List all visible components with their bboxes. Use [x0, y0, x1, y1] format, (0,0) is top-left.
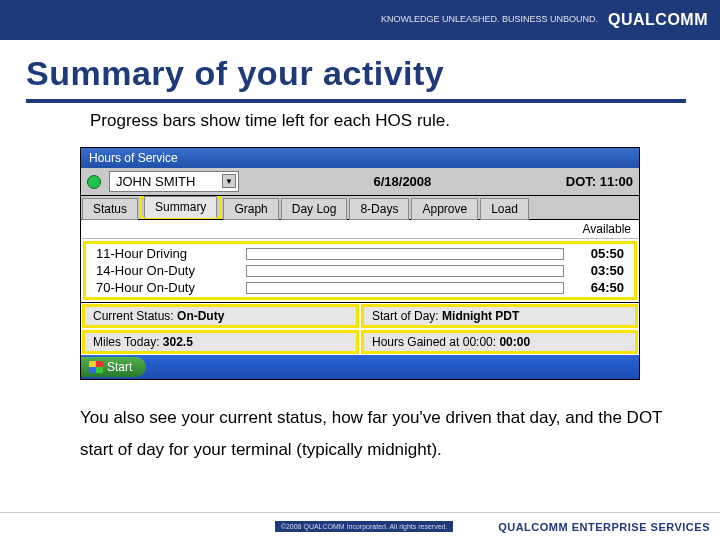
rules-panel: Available 11-Hour Driving 05:50 14-Hour … — [81, 220, 639, 355]
driver-row: JOHN SMITH ▼ 6/18/2008 DOT: 11:00 — [81, 168, 639, 196]
service-brand: QUALCOMM ENTERPRISE SERVICES — [498, 521, 710, 533]
hos-window: Hours of Service JOHN SMITH ▼ 6/18/2008 … — [80, 147, 640, 380]
rule-row-70hr: 70-Hour On-Duty 64:50 — [86, 279, 634, 296]
status-grid: Current Status: On-Duty Start of Day: Mi… — [81, 302, 639, 355]
window-titlebar: Hours of Service — [81, 148, 639, 168]
brand-logo: QUALCOMM — [608, 11, 708, 29]
highlight-summary-tab: Summary — [139, 196, 222, 219]
tab-summary[interactable]: Summary — [144, 196, 217, 218]
copyright: ©2008 QUALCOMM Incorporated. All rights … — [275, 521, 454, 533]
start-of-day-cell: Start of Day: Midnight PDT — [361, 304, 638, 328]
tab-approve[interactable]: Approve — [411, 198, 478, 220]
tab-load[interactable]: Load — [480, 198, 529, 220]
banner-tagline: KNOWLEDGE UNLEASHED. BUSINESS UNBOUND. — [381, 15, 598, 25]
footer: ©2008 QUALCOMM Incorporated. All rights … — [0, 512, 720, 540]
progress-bar — [246, 248, 564, 260]
rule-value: 03:50 — [574, 263, 624, 278]
date-display: 6/18/2008 — [239, 174, 566, 189]
rule-value: 05:50 — [574, 246, 624, 261]
progress-bar — [246, 265, 564, 277]
rule-label: 11-Hour Driving — [96, 246, 236, 261]
miles-today-cell: Miles Today: 302.5 — [82, 330, 359, 354]
taskbar: Start — [81, 355, 639, 379]
chevron-down-icon[interactable]: ▼ — [222, 174, 236, 188]
page-title: Summary of your activity — [26, 54, 686, 103]
progress-bar — [246, 282, 564, 294]
status-led-icon — [87, 175, 101, 189]
driver-select[interactable]: JOHN SMITH ▼ — [109, 171, 239, 192]
tab-bar: Status Summary Graph Day Log 8-Days Appr… — [81, 196, 639, 220]
page-subtitle: Progress bars show time left for each HO… — [90, 111, 720, 131]
rule-label: 14-Hour On-Duty — [96, 263, 236, 278]
tab-status[interactable]: Status — [82, 198, 138, 220]
current-status-cell: Current Status: On-Duty — [82, 304, 359, 328]
available-header: Available — [81, 220, 639, 239]
tab-graph[interactable]: Graph — [223, 198, 278, 220]
start-label: Start — [107, 360, 132, 374]
rule-label: 70-Hour On-Duty — [96, 280, 236, 295]
start-button[interactable]: Start — [81, 357, 146, 377]
top-banner: KNOWLEDGE UNLEASHED. BUSINESS UNBOUND. Q… — [0, 0, 720, 40]
rule-row-11hr: 11-Hour Driving 05:50 — [86, 245, 634, 262]
hours-gained-cell: Hours Gained at 00:00: 00:00 — [361, 330, 638, 354]
windows-flag-icon — [89, 361, 103, 373]
rule-value: 64:50 — [574, 280, 624, 295]
tab-8days[interactable]: 8-Days — [349, 198, 409, 220]
driver-name: JOHN SMITH — [116, 174, 195, 189]
description-paragraph: You also see your current status, how fa… — [80, 402, 670, 467]
rule-row-14hr: 14-Hour On-Duty 03:50 — [86, 262, 634, 279]
highlight-rules: 11-Hour Driving 05:50 14-Hour On-Duty 03… — [83, 241, 637, 300]
tab-daylog[interactable]: Day Log — [281, 198, 348, 220]
dot-clock: DOT: 11:00 — [566, 174, 633, 189]
